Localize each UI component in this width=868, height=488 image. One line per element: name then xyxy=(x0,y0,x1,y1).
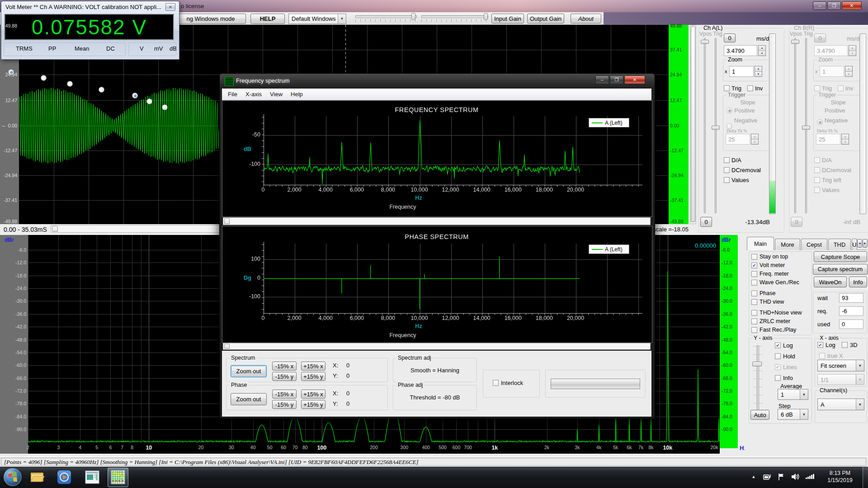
output-level-slider-thumb[interactable] xyxy=(484,13,488,20)
channels-select[interactable]: A▼ xyxy=(817,399,864,410)
spectrum-window-title[interactable]: Frequency spectrum xyxy=(236,77,290,84)
spectrum-maximize-button[interactable]: ❐ xyxy=(610,75,623,84)
y-axis-slider[interactable] xyxy=(757,345,759,412)
trig-checkbox[interactable] xyxy=(814,85,820,91)
channel-checkbox-values[interactable] xyxy=(814,187,820,193)
input-level-slider-thumb[interactable] xyxy=(411,13,415,20)
volt-meter-title[interactable]: Volt Meter ** Ch A WARNING: VOLT calibra… xyxy=(5,4,164,10)
tab-u[interactable]: U xyxy=(852,239,857,250)
phase-spectrum-plot[interactable] xyxy=(222,226,652,343)
input-level-slider[interactable] xyxy=(355,15,417,18)
about-button[interactable]: About xyxy=(571,14,601,23)
taskbar-icon-visual-analyser[interactable] xyxy=(111,470,125,484)
volt-mode-radio-mean[interactable] xyxy=(67,81,73,87)
vpos-slider[interactable] xyxy=(794,38,796,213)
delta-threshold-value[interactable]: 25 xyxy=(726,134,750,145)
scope-vertical-scrollbar[interactable] xyxy=(690,25,696,224)
zoom-value[interactable]: 1 xyxy=(820,66,844,77)
tab-more[interactable]: More xyxy=(775,239,800,250)
tab-scroll-left-button[interactable]: ◄ xyxy=(857,239,862,248)
channel-checkbox-d-a[interactable] xyxy=(724,157,730,163)
y-axis-checkbox-log[interactable] xyxy=(775,343,781,348)
vpos-slider-thumb[interactable] xyxy=(701,40,709,44)
channel-checkbox-trig-left[interactable] xyxy=(814,177,820,183)
phase-plus-y-button[interactable]: +15% y xyxy=(301,400,326,409)
slope-radio-positive[interactable] xyxy=(726,108,732,113)
phase-minus-x-button[interactable]: -15% x xyxy=(272,389,297,399)
option-checkbox-thd-view[interactable] xyxy=(751,299,757,305)
volt-unit-radio-mv[interactable] xyxy=(146,99,152,104)
option-checkbox-thd-noise-view[interactable] xyxy=(751,310,757,316)
counter-value-used[interactable]: 0 xyxy=(839,319,863,329)
x-axis-log-checkbox[interactable] xyxy=(817,342,823,348)
interlock-checkbox[interactable] xyxy=(493,380,499,386)
tab-scroll-right-button[interactable]: ► xyxy=(863,239,868,248)
input-device-select[interactable]: Default Windows inp ▼ xyxy=(288,14,346,24)
spectrum-close-button[interactable]: ✕ xyxy=(624,75,645,84)
y-axis-checkbox-info[interactable] xyxy=(775,375,781,381)
scope-hscroll-thumb[interactable] xyxy=(52,226,58,232)
step-select[interactable]: 6 dB▼ xyxy=(778,409,808,420)
close-button[interactable]: ✕ xyxy=(842,1,862,10)
volt-mode-radio-dc[interactable] xyxy=(99,87,104,93)
auto-button[interactable]: Auto xyxy=(750,410,769,420)
delta-threshold-value[interactable]: 25 xyxy=(816,134,840,145)
x-axis-3d-checkbox[interactable] xyxy=(842,342,848,348)
delta-threshold-spinner[interactable]: ▲▼ xyxy=(841,134,849,145)
ms-per-div-value[interactable]: 3.4790 xyxy=(814,45,848,56)
ms-per-div-spinner[interactable]: ▲▼ xyxy=(758,45,766,56)
delta-threshold-spinner[interactable]: ▲▼ xyxy=(751,134,759,145)
capture-scope-button[interactable]: Capture Scope xyxy=(814,251,867,262)
phase-hscroll-thumb[interactable] xyxy=(224,344,230,349)
spectrum-minus-y-button[interactable]: -15% y xyxy=(272,372,297,381)
capture-spectrum-button[interactable]: Capture spectrum xyxy=(813,264,868,275)
tab-main[interactable]: Main xyxy=(747,237,774,250)
menu-x-axis[interactable]: X-axis xyxy=(241,89,266,99)
volt-mode-radio-pp[interactable] xyxy=(41,75,47,81)
level-zero-button[interactable]: 0 xyxy=(791,217,802,227)
inv-checkbox[interactable] xyxy=(747,85,753,91)
y-axis-checkbox-hold[interactable] xyxy=(775,353,781,359)
option-checkbox-phase[interactable] xyxy=(751,291,757,296)
start-button[interactable] xyxy=(4,468,22,486)
trig-checkbox[interactable] xyxy=(724,85,730,91)
taskbar-icon-media-player[interactable] xyxy=(57,470,71,484)
ms-per-div-value[interactable]: 3.4790 xyxy=(724,45,757,56)
ms-per-div-spinner[interactable]: ▲▼ xyxy=(849,45,856,56)
spectrum-plus-y-button[interactable]: +15% y xyxy=(301,372,326,381)
option-checkbox-freq-meter[interactable] xyxy=(751,271,757,277)
volt-meter-close-button[interactable]: ✕ xyxy=(165,3,175,11)
taskbar-icon-explorer[interactable] xyxy=(30,470,45,484)
power-icon[interactable] xyxy=(763,474,772,481)
output-gain-button[interactable]: Output Gain xyxy=(527,14,564,23)
volume-icon[interactable] xyxy=(791,473,800,480)
output-level-slider[interactable] xyxy=(421,15,488,18)
vpos-zero-button[interactable]: 0 xyxy=(814,33,826,42)
option-checkbox-fast-rec-play[interactable] xyxy=(751,327,757,333)
vpos-zero-button[interactable]: 0 xyxy=(724,33,736,42)
clock[interactable]: 8:13 PM 1/15/2019 xyxy=(819,469,861,486)
smooth-setting[interactable]: Smooth = Hanning xyxy=(393,367,477,374)
channel-checkbox-dcremoval[interactable] xyxy=(814,167,820,173)
channel-checkbox-dcremoval[interactable] xyxy=(724,167,730,173)
zoom-value[interactable]: 1 xyxy=(729,66,754,77)
zoom-spinner[interactable]: ▲▼ xyxy=(845,66,853,77)
phase-zoom-out-button[interactable]: Zoom out xyxy=(231,393,267,405)
counter-value-req[interactable]: -6 xyxy=(839,306,863,316)
action-center-icon[interactable] xyxy=(778,473,785,481)
true-x-checkbox[interactable] xyxy=(819,353,825,359)
option-checkbox-zrlc-meter[interactable] xyxy=(751,319,757,324)
frequency-spectrum-plot[interactable] xyxy=(222,100,652,217)
channel-checkbox-d-a[interactable] xyxy=(814,157,820,163)
menu-file[interactable]: File xyxy=(224,89,241,99)
level-zero-button[interactable]: 0 xyxy=(700,217,712,227)
show-desktop-button[interactable] xyxy=(863,467,868,488)
slope-radio-positive[interactable] xyxy=(817,119,823,125)
trig-slider-thumb[interactable] xyxy=(712,126,720,130)
spectrum-hscroll-thumb[interactable] xyxy=(224,218,230,224)
option-checkbox-stay-on-top[interactable] xyxy=(751,254,757,260)
phase-plus-x-button[interactable]: +15% x xyxy=(301,389,326,399)
input-gain-button[interactable]: Input Gain xyxy=(491,14,524,23)
option-checkbox-volt-meter[interactable] xyxy=(751,263,757,268)
network-icon[interactable] xyxy=(806,474,815,480)
